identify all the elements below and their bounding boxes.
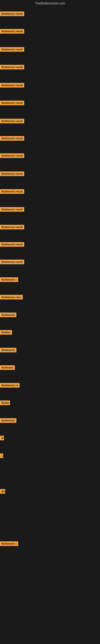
bottleneck-result-item[interactable]: | — [0, 454, 3, 459]
bottleneck-badge: Bottleneck result — [0, 119, 24, 123]
bottleneck-badge: Bottlenec — [0, 365, 15, 370]
bottleneck-result-item[interactable]: Bottleneck re — [0, 383, 20, 388]
bottleneck-badge: Bottleneck result — [0, 242, 24, 247]
bottleneck-result-item[interactable]: Bottleneck result — [0, 242, 24, 248]
bottleneck-badge: Bottleneck result — [0, 207, 24, 212]
bottleneck-result-item[interactable]: Bottleneck result — [0, 225, 24, 230]
bottleneck-result-item[interactable]: Bo — [0, 489, 5, 494]
bottleneck-result-item[interactable]: Bottleneck result — [0, 189, 24, 194]
bottleneck-badge: Bottleneck resu — [0, 295, 23, 300]
bottleneck-badge: Bottleneck result — [0, 12, 24, 16]
bottleneck-badge: Bottleneck result — [0, 172, 24, 176]
bottleneck-result-item[interactable]: Bottleneck — [0, 348, 16, 353]
bottleneck-badge: Bottleneck — [0, 348, 16, 352]
site-title: TheBottlenecker.com — [0, 0, 100, 6]
bottleneck-result-item[interactable]: Bottleneck resu — [0, 295, 23, 300]
bottleneck-result-item[interactable]: B — [0, 436, 4, 441]
bottleneck-badge: Bottle — [0, 400, 10, 405]
bottleneck-badge: Bottleneck result — [0, 83, 24, 88]
bottleneck-badge: | — [0, 454, 3, 458]
bottleneck-badge: Bottleneck — [0, 312, 16, 317]
bottleneck-badge: Bottleneck — [0, 418, 16, 423]
bottleneck-badge: Bottleneck result — [0, 29, 24, 34]
bottleneck-result-item[interactable]: Bottlen — [0, 330, 12, 336]
bottleneck-result-item[interactable]: Bottleneck result — [0, 83, 24, 88]
bottleneck-result-item[interactable]: Bottleneck result — [0, 136, 24, 142]
bottleneck-result-item[interactable]: Bottleneck result — [0, 207, 24, 212]
bottleneck-result-item[interactable]: Bottleneck result — [0, 260, 24, 265]
bottleneck-badge: Bottleneck result — [0, 189, 24, 194]
bottleneck-badge: Bottleneck result — [0, 47, 24, 52]
bottleneck-badge: Bottleneck r — [0, 277, 18, 282]
bottleneck-badge: Bottleneck re — [0, 383, 20, 388]
bottleneck-result-item[interactable]: Bottleneck result — [0, 172, 24, 177]
bottleneck-badge: Bottleneck result — [0, 65, 24, 70]
bottleneck-result-item[interactable]: Bottleneck result — [0, 29, 24, 34]
bottleneck-badge: Bottleneck r — [0, 541, 18, 546]
bottleneck-result-item[interactable]: Bottle — [0, 400, 10, 406]
bottleneck-result-item[interactable]: Bottleneck result — [0, 100, 24, 106]
bottleneck-result-item[interactable]: Bottleneck result — [0, 47, 24, 52]
bottleneck-badge: Bottleneck result — [0, 153, 24, 158]
bottleneck-badge: Bottleneck result — [0, 260, 24, 264]
bottleneck-result-item[interactable]: Bottleneck result — [0, 119, 24, 124]
bottleneck-badge: Bottlen — [0, 330, 12, 335]
bottleneck-result-item[interactable]: Bottleneck result — [0, 12, 24, 17]
bottleneck-badge: Bottleneck result — [0, 100, 24, 105]
bottleneck-result-item[interactable]: Bottleneck r — [0, 541, 18, 547]
bottleneck-result-item[interactable]: Bottleneck — [0, 418, 16, 424]
bottleneck-badge: Bottleneck result — [0, 136, 24, 141]
bottleneck-result-item[interactable]: Bottleneck — [0, 312, 16, 318]
bottleneck-badge: Bo — [0, 489, 5, 494]
bottleneck-badge: B — [0, 436, 4, 440]
bottleneck-result-item[interactable]: Bottleneck r — [0, 277, 18, 283]
bottleneck-badge: Bottleneck result — [0, 225, 24, 230]
bottleneck-result-item[interactable]: Bottleneck result — [0, 153, 24, 159]
bottleneck-result-item[interactable]: Bottlenec — [0, 365, 15, 371]
bottleneck-result-item[interactable]: Bottleneck result — [0, 65, 24, 70]
